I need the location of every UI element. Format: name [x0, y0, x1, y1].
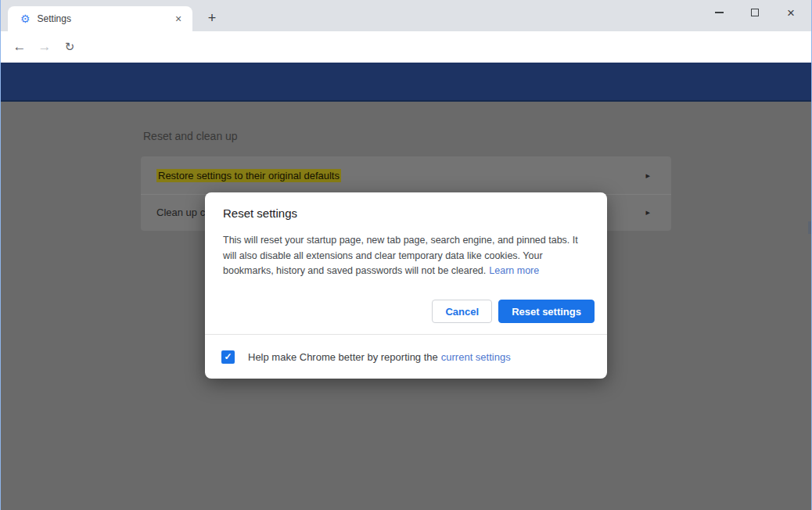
- dialog-buttons: Cancel Reset settings: [432, 300, 595, 323]
- titlebar: ⚙ Settings × + ×: [0, 0, 812, 31]
- browser-toolbar: ← → ↻ Chrome chrome://settings/resetProf…: [0, 31, 812, 63]
- reload-button[interactable]: ↻: [57, 31, 82, 63]
- dialog-body-line1: This will reset your startup page, new t…: [223, 233, 578, 249]
- dialog-title: Reset settings: [223, 207, 297, 220]
- current-settings-link[interactable]: current settings: [441, 351, 511, 363]
- cancel-button[interactable]: Cancel: [432, 300, 492, 323]
- dialog-body-line2: will also disable all extensions and cle…: [223, 249, 578, 264]
- reset-settings-dialog: Reset settings This will reset your star…: [205, 192, 607, 379]
- close-button[interactable]: ×: [773, 0, 809, 25]
- settings-gear-icon: ⚙: [20, 13, 31, 24]
- maximize-icon: [751, 9, 759, 16]
- browser-window: ⚙ Settings × + × ← → ↻ Chrome chrome://s…: [0, 0, 812, 510]
- close-icon: ×: [787, 6, 795, 20]
- settings-header: Settings ×: [0, 63, 812, 102]
- minimize-button[interactable]: [701, 0, 737, 25]
- dialog-body-line3: bookmarks, history and saved passwords w…: [223, 264, 578, 279]
- dialog-footer: ✓ Help make Chrome better by reporting t…: [205, 334, 607, 379]
- dialog-body: This will reset your startup page, new t…: [223, 233, 578, 279]
- tab-close-icon[interactable]: ×: [172, 13, 185, 25]
- minimize-icon: [715, 12, 724, 13]
- tab-title: Settings: [38, 13, 71, 24]
- reset-settings-button[interactable]: Reset settings: [498, 300, 595, 323]
- tab-settings[interactable]: ⚙ Settings ×: [8, 6, 192, 31]
- learn-more-link[interactable]: Learn more: [489, 265, 539, 276]
- report-settings-checkbox[interactable]: ✓: [221, 350, 235, 364]
- window-controls: ×: [701, 0, 809, 31]
- back-button[interactable]: ←: [7, 31, 32, 63]
- maximize-button[interactable]: [737, 0, 773, 25]
- new-tab-button[interactable]: +: [202, 9, 222, 28]
- chevron-right-icon: ▸: [645, 171, 650, 181]
- section-title: Reset and clean up: [143, 130, 238, 142]
- row-restore-settings[interactable]: Restore settings to their original defau…: [141, 156, 671, 194]
- chevron-right-icon: ▸: [645, 207, 650, 217]
- forward-button[interactable]: →: [32, 31, 57, 63]
- checkbox-label: Help make Chrome better by reporting the…: [248, 351, 511, 363]
- window-frame-edge: [0, 0, 1, 510]
- highlighted-row-label: Restore settings to their original defau…: [156, 169, 341, 182]
